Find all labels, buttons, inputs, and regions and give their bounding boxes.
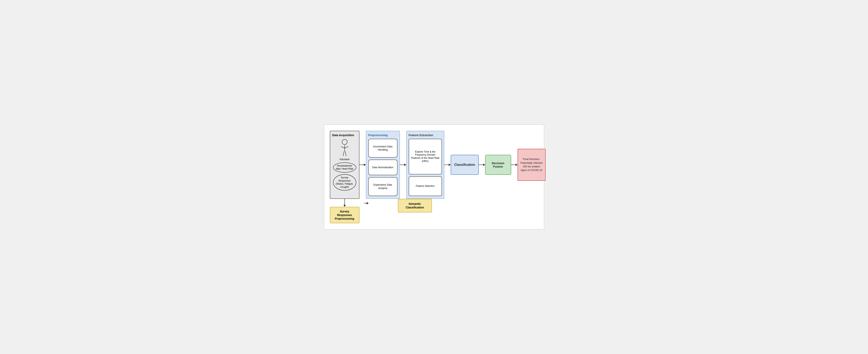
arrow-down-line [344, 199, 345, 205]
feature-extraction-title: Feature Extraction [409, 134, 442, 137]
preprocessing-title: Preprocessing [368, 134, 398, 137]
decision-fusion-label: Decision Fusion [488, 161, 508, 168]
stick-head [342, 139, 347, 145]
arrow-df-to-final [511, 164, 518, 166]
bottom-section: Survey Responses Preprocessing Semantic … [330, 199, 538, 224]
semantic-col: Semantic Classification [398, 199, 432, 212]
preprocessing-box: Preprocessing Inconsistent Data Handling… [366, 131, 400, 199]
arrow-fe-to-class [444, 164, 451, 166]
semantic-classification-box: Semantic Classification [398, 199, 432, 212]
survey-preprocessing-box: Survey Responses Preprocessing [330, 207, 360, 224]
final-decision-label: Final Decision: Potentially Infected OR … [520, 157, 543, 172]
arrow-right-to-semantic [364, 202, 398, 204]
da-column-bottom: Survey Responses Preprocessing [330, 199, 360, 224]
arrow-line [479, 165, 483, 165]
arrow-pp-to-fe [400, 164, 406, 166]
stick-figure [341, 139, 349, 156]
decision-fusion-box: Decision Fusion [485, 155, 511, 175]
fe-item-1: Explore Time & the Frequency Domain Feat… [409, 139, 442, 175]
arrow-head [404, 164, 406, 166]
volunteer-label: Volunteer [339, 158, 350, 161]
semantic-wrapper: Semantic Classification [398, 199, 432, 212]
pp-col-bottom [364, 199, 398, 204]
diagram-inner: Data Acquisition [330, 131, 538, 224]
diagram-wrapper: Data Acquisition [324, 124, 544, 230]
top-row: Data Acquisition [330, 131, 538, 199]
pp-item-1: Inconsistent Data Handling [368, 139, 398, 157]
arrow-head [483, 164, 485, 166]
arrow-line [444, 165, 449, 165]
arrow-head [449, 164, 451, 166]
pp-item-3: Exploratory Data Analysis [368, 177, 398, 196]
pp-item-2: Data Normalization [368, 159, 398, 175]
arrow-head [516, 164, 518, 166]
arrow-line [364, 203, 367, 203]
smartwatches-oval: Smartwatches data: Heart Rate [333, 163, 356, 173]
arrow-head [364, 164, 366, 166]
survey-oval: Survey Responses (Status, Fatigue, Cough… [333, 174, 356, 190]
arrow-da-to-pp [360, 164, 366, 166]
arrow-line [360, 165, 364, 165]
arrow-down-da [343, 199, 346, 207]
arrow-down-head [343, 205, 346, 207]
arrow-line [400, 165, 404, 165]
feature-extraction-box: Feature Extraction Explore Time & the Fr… [406, 131, 444, 199]
arrow-head [367, 202, 369, 204]
classification-box: Classification [451, 155, 479, 175]
data-acquisition-title: Data Acquisition [332, 134, 357, 137]
classification-label: Classification [454, 163, 475, 167]
arrow-class-to-df [479, 164, 485, 166]
final-decision-box: Final Decision: Potentially Infected OR … [518, 149, 546, 181]
arrow-line [511, 165, 516, 165]
fe-item-2: Feature Selection [409, 176, 442, 196]
data-acquisition-box: Data Acquisition [330, 131, 360, 199]
survey-preprocessing-label: Survey Responses Preprocessing [335, 210, 354, 220]
semantic-classification-label: Semantic Classification [406, 202, 424, 209]
